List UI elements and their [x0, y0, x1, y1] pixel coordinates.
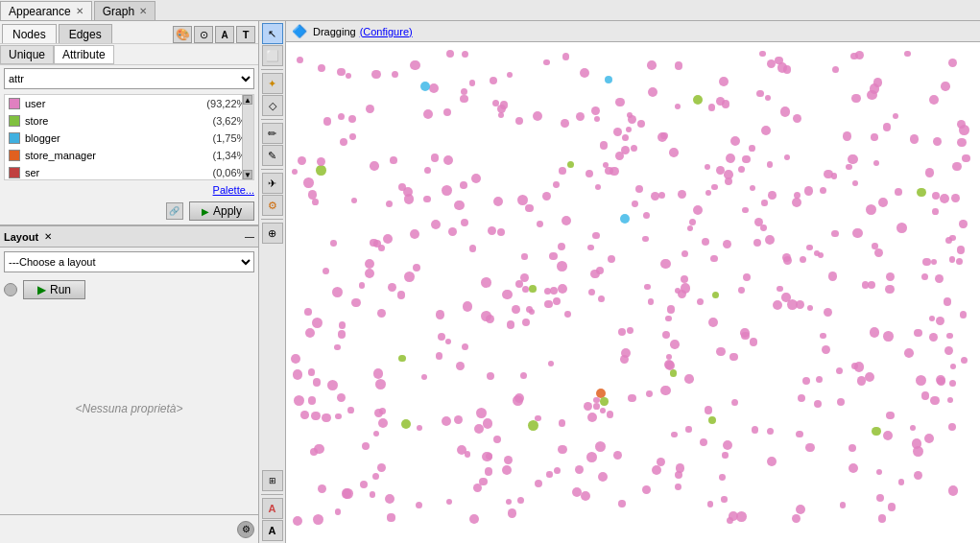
- graph-node[interactable]: [603, 162, 609, 168]
- graph-node[interactable]: [318, 64, 325, 72]
- graph-node[interactable]: [595, 184, 601, 190]
- graph-node[interactable]: [705, 406, 712, 413]
- apply-button[interactable]: ▶ Apply: [189, 201, 254, 221]
- graph-node[interactable]: [469, 245, 476, 251]
- graph-node[interactable]: [722, 452, 729, 459]
- graph-node[interactable]: [885, 285, 895, 295]
- graph-node[interactable]: [837, 398, 845, 406]
- sparkle-btn[interactable]: ✦: [262, 73, 283, 94]
- graph-node[interactable]: [454, 201, 465, 211]
- graph-node[interactable]: [313, 514, 323, 525]
- graph-node[interactable]: [702, 238, 709, 246]
- graph-node[interactable]: [959, 220, 967, 227]
- graph-node[interactable]: [493, 197, 503, 206]
- graph-node[interactable]: [507, 320, 515, 329]
- graph-node[interactable]: [558, 243, 565, 250]
- graph-node[interactable]: [622, 134, 629, 141]
- graph-node[interactable]: [482, 452, 492, 462]
- graph-node[interactable]: [759, 51, 765, 57]
- graph-node[interactable]: [917, 188, 926, 198]
- graph-node[interactable]: [635, 185, 643, 193]
- graph-node[interactable]: [327, 380, 338, 390]
- configure-link[interactable]: (Configure): [360, 26, 413, 37]
- graph-node[interactable]: [944, 297, 952, 306]
- graph-node[interactable]: [293, 369, 302, 379]
- graph-node[interactable]: [708, 318, 718, 327]
- graph-node[interactable]: [600, 408, 606, 413]
- graph-node[interactable]: [742, 207, 749, 214]
- graph-node[interactable]: [642, 236, 649, 243]
- graph-node[interactable]: [404, 194, 415, 204]
- graph-node[interactable]: [798, 394, 806, 403]
- graph-node[interactable]: [781, 293, 790, 301]
- graph-node[interactable]: [535, 480, 542, 487]
- graph-node[interactable]: [896, 223, 907, 233]
- graph-node[interactable]: [874, 248, 883, 257]
- graph-node[interactable]: [373, 368, 384, 379]
- graph-node[interactable]: [851, 94, 860, 103]
- graph-node[interactable]: [348, 115, 357, 124]
- graph-node[interactable]: [340, 138, 347, 146]
- graph-node[interactable]: [508, 508, 516, 517]
- pencil-btn[interactable]: ✏: [262, 123, 283, 144]
- graph-node[interactable]: [442, 416, 451, 426]
- graph-node[interactable]: [644, 284, 651, 291]
- graph-node[interactable]: [648, 87, 657, 97]
- graph-node[interactable]: [553, 297, 561, 305]
- graph-node[interactable]: [446, 499, 452, 505]
- graph-node[interactable]: [448, 227, 457, 236]
- graph-node[interactable]: [580, 68, 589, 78]
- graph-node[interactable]: [304, 308, 312, 316]
- graph-node[interactable]: [667, 305, 675, 313]
- graph-node[interactable]: [805, 443, 815, 453]
- graph-node[interactable]: [553, 181, 560, 188]
- graph-node[interactable]: [872, 243, 878, 249]
- graph-node[interactable]: [726, 153, 735, 163]
- graph-node[interactable]: [946, 333, 953, 340]
- graph-node[interactable]: [949, 256, 956, 263]
- graph-node[interactable]: [529, 309, 535, 315]
- graph-node[interactable]: [351, 198, 357, 203]
- graph-node[interactable]: [337, 68, 346, 77]
- graph-node[interactable]: [765, 235, 775, 245]
- tab-graph-close[interactable]: ✕: [139, 6, 147, 16]
- graph-node[interactable]: [916, 375, 926, 386]
- graph-node[interactable]: [730, 136, 740, 146]
- graph-node[interactable]: [576, 112, 585, 121]
- graph-node[interactable]: [587, 245, 593, 250]
- graph-node[interactable]: [483, 418, 493, 429]
- graph-node[interactable]: [913, 446, 923, 457]
- graph-node[interactable]: [417, 425, 422, 431]
- graph-node[interactable]: [481, 277, 491, 288]
- graph-node[interactable]: [866, 204, 876, 215]
- graph-node[interactable]: [831, 230, 838, 237]
- graph-node[interactable]: [618, 500, 625, 507]
- graph-node[interactable]: [681, 250, 688, 257]
- graph-node[interactable]: [871, 133, 878, 141]
- graph-node[interactable]: [507, 72, 513, 78]
- graph-node[interactable]: [562, 53, 570, 60]
- graph-node[interactable]: [850, 53, 858, 60]
- graph-node[interactable]: [782, 253, 791, 262]
- graph-node[interactable]: [533, 111, 542, 121]
- graph-node[interactable]: [708, 104, 716, 111]
- graph-node[interactable]: [291, 354, 300, 364]
- graph-node[interactable]: [670, 369, 678, 377]
- graph-node[interactable]: [936, 317, 944, 325]
- graph-node[interactable]: [924, 434, 934, 443]
- graph-node[interactable]: [660, 386, 671, 396]
- graph-node[interactable]: [840, 502, 847, 508]
- graph-node[interactable]: [921, 391, 930, 400]
- graph-node[interactable]: [878, 198, 888, 207]
- graph-node[interactable]: [476, 408, 487, 418]
- graph-node[interactable]: [529, 285, 537, 293]
- graph-node[interactable]: [750, 185, 756, 192]
- graph-node[interactable]: [700, 438, 707, 446]
- attr-select[interactable]: attr: [4, 68, 254, 89]
- graph-node[interactable]: [962, 154, 969, 162]
- graph-node[interactable]: [443, 155, 453, 165]
- graph-node[interactable]: [761, 126, 772, 136]
- graph-node[interactable]: [685, 426, 692, 433]
- graph-node[interactable]: [922, 258, 931, 267]
- graph-node[interactable]: [558, 445, 566, 454]
